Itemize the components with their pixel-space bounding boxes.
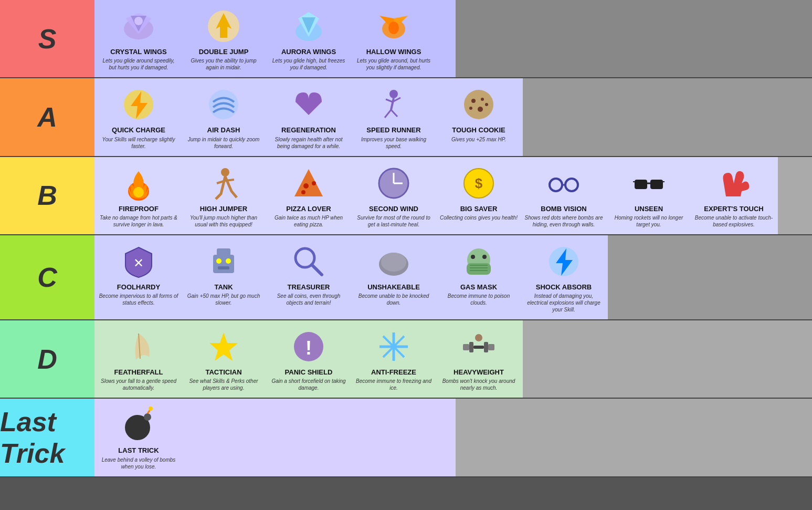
perk-card-regeneration[interactable]: REGENERATIONSlowly regain health after n…	[267, 81, 351, 152]
perk-name: UNSEEN	[635, 205, 663, 213]
perk-name: SHOCK ABSORB	[536, 284, 592, 291]
perk-name: GAS MASK	[460, 284, 497, 291]
perk-card-gas-mask[interactable]: GAS MASKBecome immune to poison clouds.	[437, 238, 521, 316]
perk-card-unseen[interactable]: UNSEENHoming rockets will no longer targ…	[607, 160, 691, 231]
perk-card-tactician[interactable]: TACTICIANSee what Skills & Perks other p…	[182, 324, 266, 394]
perk-icon-hallow-wings	[373, 5, 415, 47]
tier-fill-a	[523, 78, 812, 155]
svg-point-13	[388, 22, 399, 34]
svg-point-24	[471, 99, 476, 103]
perk-card-anti-freeze[interactable]: ANTI-FREEZEBecome immune to freezing and…	[352, 324, 436, 394]
perk-card-high-jumper[interactable]: HIGH JUMPERYou'll jump much higher than …	[182, 160, 266, 231]
svg-point-55	[216, 258, 222, 264]
perk-card-tough-cookie[interactable]: TOUGH COOKIEGives you +25 max HP.	[437, 81, 521, 152]
svg-line-19	[385, 110, 391, 118]
perk-name: TOUGH COOKIE	[452, 127, 505, 134]
perk-desc: Become immune to freezing and ice.	[354, 378, 434, 391]
tier-row-a: AQUICK CHARGEYour Skills will recharge s…	[0, 78, 812, 157]
perk-card-heavyweight[interactable]: HEAVYWEIGHTBombs won't knock you around …	[437, 324, 521, 394]
svg-point-30	[133, 187, 144, 197]
perk-desc: Jump in midair to quickly zoom forward.	[184, 136, 263, 150]
perk-icon-last-trick	[118, 404, 160, 446]
perk-icon-speed-runner	[373, 84, 415, 126]
perk-card-panic-shield[interactable]: !PANIC SHIELDGain a short forcefield on …	[267, 324, 351, 394]
perk-name: TREASURER	[288, 284, 330, 291]
perk-card-speed-runner[interactable]: SPEED RUNNERImproves your base walking s…	[352, 81, 436, 152]
perk-icon-featherfall	[118, 326, 160, 368]
perk-card-unshakeable[interactable]: UNSHAKEABLEBecome unable to be knocked d…	[352, 238, 436, 316]
perk-desc: Gives you the ability to jump again in m…	[184, 57, 263, 71]
perk-card-tank[interactable]: TANKGain +50 max HP, but go much slower.	[182, 238, 266, 316]
perk-name: FIREPROOF	[119, 205, 159, 213]
tier-row-b: BFIREPROOFTake no damage from hot parts …	[0, 157, 812, 235]
svg-point-3	[134, 17, 143, 25]
tier-label-d: D	[0, 320, 94, 398]
tier-content-lt: LAST TRICKLeave behind a volley of bombs…	[94, 399, 456, 476]
tier-fill-lt	[456, 399, 813, 476]
svg-rect-80	[488, 344, 494, 350]
perk-card-big-saver[interactable]: $BIG SAVERCollecting coins gives you hea…	[437, 160, 521, 231]
perk-icon-quick-charge	[118, 84, 160, 126]
tier-row-s: SCRYSTAL WINGSLets you glide around spee…	[0, 0, 812, 78]
perk-card-quick-charge[interactable]: QUICK CHARGEYour Skills will recharge sl…	[97, 81, 181, 152]
svg-rect-47	[635, 180, 647, 189]
perk-name: SPEED RUNNER	[366, 127, 420, 134]
perk-name: HALLOW WINGS	[366, 48, 421, 56]
perk-card-aurora-wings[interactable]: AURORA WINGSLets you glide high, but fre…	[267, 3, 351, 74]
svg-rect-54	[217, 248, 230, 256]
perk-card-second-wind[interactable]: SECOND WINDSurvive for most of the round…	[352, 160, 436, 231]
perk-card-hallow-wings[interactable]: HALLOW WINGSLets you glide around, but h…	[352, 3, 436, 74]
perk-desc: Become unable to activate touch-based ex…	[694, 214, 774, 228]
perk-name: AIR DASH	[207, 127, 240, 134]
perk-icon-bomb-vision	[543, 162, 585, 204]
perk-card-fireproof[interactable]: FIREPROOFTake no damage from hot parts &…	[97, 160, 181, 231]
perk-card-air-dash[interactable]: AIR DASHJump in midair to quickly zoom f…	[182, 81, 266, 152]
tier-content-d: FEATHERFALLSlows your fall to a gentle s…	[94, 320, 523, 398]
svg-marker-72	[209, 332, 238, 361]
perk-card-featherfall[interactable]: FEATHERFALLSlows your fall to a gentle s…	[97, 324, 181, 394]
perk-card-pizza-lover[interactable]: PIZZA LOVERGain twice as much HP when ea…	[267, 160, 351, 231]
tier-content-c: ✕FOOLHARDYBecome impervious to all forms…	[94, 235, 608, 319]
perk-icon-tank	[203, 241, 245, 283]
svg-point-88	[149, 407, 153, 411]
tier-fill-d	[523, 320, 812, 398]
perk-name: PIZZA LOVER	[286, 205, 331, 213]
perk-card-double-jump[interactable]: DOUBLE JUMPGives you the ability to jump…	[182, 3, 266, 74]
perk-card-expert-s-touch[interactable]: EXPERT'S TOUCHBecome unable to activate …	[692, 160, 776, 231]
perk-card-treasurer[interactable]: TREASURERSee all coins, even through obj…	[267, 238, 351, 316]
perk-desc: Become unable to be knocked down.	[354, 293, 434, 306]
perk-desc: Take no damage from hot parts & survive …	[99, 214, 178, 228]
svg-point-23	[464, 90, 493, 119]
svg-point-34	[303, 183, 309, 189]
perk-desc: See all coins, even through objects and …	[269, 293, 349, 306]
tier-fill-c	[608, 235, 812, 319]
perk-card-bomb-vision[interactable]: BOMB VISIONShows red dots where bombs ar…	[522, 160, 606, 231]
perk-card-shock-absorb[interactable]: SHOCK ABSORBInstead of damaging you, ele…	[522, 238, 606, 316]
perk-desc: Shows red dots where bombs are hiding, e…	[524, 214, 604, 228]
svg-line-21	[386, 99, 393, 102]
perk-icon-tough-cookie	[458, 84, 500, 126]
svg-rect-79	[463, 344, 469, 350]
perk-icon-double-jump	[203, 5, 245, 47]
tier-content-b: FIREPROOFTake no damage from hot parts &…	[94, 157, 778, 234]
perk-icon-second-wind	[373, 162, 415, 204]
svg-rect-82	[484, 342, 488, 352]
perk-name: HEAVYWEIGHT	[454, 369, 504, 376]
svg-text:!: !	[305, 337, 312, 359]
perk-desc: Your Skills will recharge slightly faste…	[99, 136, 178, 150]
perk-name: TACTICIAN	[205, 369, 241, 376]
perk-icon-anti-freeze	[373, 326, 415, 368]
perk-card-last-trick[interactable]: LAST TRICKLeave behind a volley of bombs…	[97, 402, 181, 473]
tier-label-c: C	[0, 235, 94, 319]
perk-icon-treasurer	[288, 241, 330, 283]
svg-line-18	[391, 98, 394, 110]
svg-point-28	[485, 103, 488, 106]
perk-icon-gas-mask	[458, 241, 500, 283]
svg-point-42	[550, 179, 562, 191]
perk-icon-unseen	[628, 162, 670, 204]
perk-card-foolhardy[interactable]: ✕FOOLHARDYBecome impervious to all forms…	[97, 238, 181, 316]
perk-card-crystal-wings[interactable]: CRYSTAL WINGSLets you glide around speed…	[97, 3, 181, 74]
perk-name: REGENERATION	[281, 127, 336, 134]
tier-label-s: S	[0, 0, 94, 77]
perk-icon-unshakeable	[373, 241, 415, 283]
